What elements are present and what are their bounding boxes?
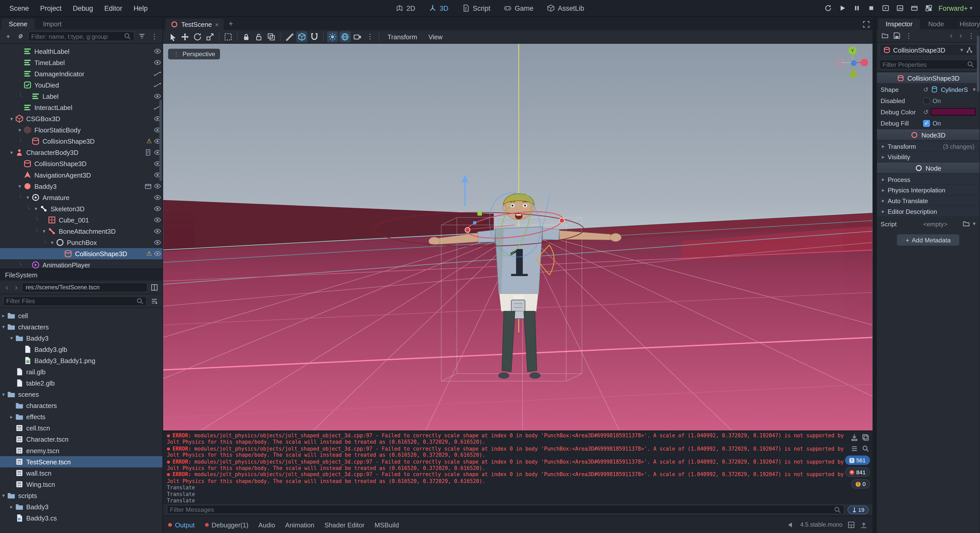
scene-tree-scrollbar[interactable] (159, 100, 162, 181)
group-button[interactable] (266, 31, 277, 42)
scene-node-row[interactable]: └CollisionShape3D⚠ (0, 248, 162, 259)
movie-maker-button[interactable] (910, 3, 919, 13)
warning-count-badge[interactable]: !0 (851, 479, 870, 488)
category-node3d[interactable]: Node3D (877, 129, 980, 140)
nav-forward-button[interactable]: › (13, 283, 20, 291)
save-log-button[interactable] (850, 433, 859, 442)
close-tab-icon[interactable]: × (215, 21, 219, 28)
scene-tab-testscene[interactable]: TestScene × (165, 19, 224, 30)
expand-caret[interactable]: ▾ (24, 194, 32, 200)
collapse-log-button[interactable] (850, 444, 859, 453)
attached-script-icon[interactable] (145, 149, 152, 156)
instance-scene-button[interactable] (16, 31, 25, 41)
filesystem-item-row[interactable]: Wing.tscn (0, 479, 162, 490)
tab-inspector[interactable]: Inspector (878, 19, 920, 29)
menu-help[interactable]: Help (128, 0, 153, 17)
scene-node-row[interactable]: ▾Baddy3 (0, 181, 162, 192)
expand-caret[interactable]: ▸ (8, 414, 15, 420)
menu-project[interactable]: Project (35, 0, 67, 17)
tab-msbuild[interactable]: MSBuild (375, 521, 399, 528)
scene-node-row[interactable]: TimeLabel (0, 57, 162, 68)
mode-assetlib-button[interactable]: AssetLib (543, 3, 588, 13)
filter-options-button[interactable] (137, 31, 147, 41)
search-log-button[interactable] (861, 444, 870, 453)
scene-node-row[interactable]: NavigationAgent3D (0, 169, 162, 181)
scene-node-row[interactable]: └Label (0, 91, 162, 102)
play-button[interactable] (838, 3, 847, 13)
current-path[interactable]: res://scenes/TestScene.tscn (22, 282, 148, 292)
tab-node[interactable]: Node (921, 19, 951, 29)
expand-caret[interactable]: ▾ (8, 116, 15, 122)
expand-caret[interactable]: ▾ (49, 239, 56, 245)
filesystem-item-row[interactable]: ▸cell (0, 310, 162, 321)
scene-node-row[interactable]: └Cube_001 (0, 214, 162, 226)
filesystem-item-row[interactable]: Baddy3.cs (0, 512, 162, 523)
eye-icon[interactable] (154, 48, 161, 55)
play-custom-scene-button[interactable] (896, 3, 905, 13)
info-count-badge[interactable]: !561 (845, 455, 870, 465)
move-tool-button[interactable] (180, 31, 191, 42)
scene-dock-menu-button[interactable]: ⋮ (149, 31, 159, 41)
filesystem-dock-title[interactable]: FileSystem (0, 269, 162, 281)
add-metadata-button[interactable]: + Add Metadata (897, 234, 959, 245)
scene-node-row[interactable]: └▾Skeleton3D (0, 203, 162, 214)
inspector-scrollbar[interactable] (977, 36, 980, 92)
environment-toggle[interactable] (339, 31, 351, 42)
tab-output[interactable]: Output (168, 521, 195, 528)
panel-grid-icon[interactable] (848, 521, 855, 528)
box-select-tool-button[interactable] (223, 31, 234, 42)
group-editor-description[interactable]: ▸ Editor Description (877, 206, 980, 216)
script-value-dropdown[interactable]: <empty> ▾ (923, 220, 976, 228)
filesystem-item-row[interactable]: ▸Baddy3 (0, 501, 162, 512)
mute-icon[interactable] (788, 521, 795, 528)
resource-extra-button[interactable]: ⋮ (904, 30, 914, 41)
rotate-tool-button[interactable] (192, 31, 203, 42)
expand-caret[interactable]: ▾ (8, 335, 15, 341)
filesystem-item-row[interactable]: ▾scenes (0, 388, 162, 400)
tab-debugger[interactable]: Debugger(1) (205, 521, 248, 528)
play-scene-button[interactable] (881, 3, 891, 13)
group-process[interactable]: ▸ Process (877, 174, 980, 184)
category-node[interactable]: Node (877, 162, 980, 173)
category-collisionshape3d[interactable]: CollisionShape3D (877, 72, 980, 83)
history-menu-button[interactable]: ⋮ (966, 30, 976, 41)
curve-icon[interactable] (154, 81, 161, 89)
scale-tool-button[interactable] (204, 31, 216, 42)
filesystem-item-row[interactable]: Baddy3_Baddy1.png (0, 355, 162, 366)
transform-menu[interactable]: Transform (383, 33, 422, 40)
line-count-badge[interactable]: 19 (848, 505, 869, 514)
scene-node-row[interactable]: └CollisionShape3D⚠ (0, 135, 162, 147)
sun-toggle[interactable] (327, 31, 338, 42)
group-visibility[interactable]: ▸ Visibility (877, 152, 980, 162)
eye-icon[interactable] (154, 59, 161, 66)
new-scene-tab-button[interactable]: + (225, 19, 237, 30)
scene-filter-input[interactable] (31, 33, 122, 40)
menu-scene[interactable]: Scene (4, 0, 35, 17)
expand-caret[interactable]: ▾ (32, 206, 39, 212)
scene-node-row[interactable]: CollisionShape3D (0, 158, 162, 169)
curve-icon[interactable] (154, 70, 161, 77)
menu-debug[interactable]: Debug (67, 0, 99, 17)
group-transform[interactable]: ▸ Transform (3 changes) (877, 141, 980, 151)
eye-icon[interactable] (154, 250, 161, 258)
eye-icon[interactable] (154, 239, 161, 246)
tab-history[interactable]: History (952, 19, 980, 29)
filesystem-item-row[interactable]: TestScene.tscn (0, 456, 162, 468)
disabled-checkbox[interactable] (923, 97, 930, 104)
group-auto-translate[interactable]: ▸ Auto Translate (877, 196, 980, 206)
load-resource-button[interactable] (880, 30, 890, 41)
filesystem-item-row[interactable]: cell.tscn (0, 423, 162, 434)
tab-animation[interactable]: Animation (285, 521, 314, 528)
filesystem-item-row[interactable]: Baddy3.glb (0, 344, 162, 355)
error-count-badge[interactable]: ×841 (845, 468, 870, 477)
filesystem-item-row[interactable]: ▸effects (0, 411, 162, 422)
eye-icon[interactable] (154, 205, 161, 212)
camera-preview-button[interactable] (352, 31, 363, 42)
viewport-more-button[interactable]: ⋮ (364, 31, 375, 42)
ruler-button[interactable] (284, 31, 295, 42)
debug-color-swatch[interactable] (931, 108, 975, 116)
save-resource-button[interactable] (892, 30, 902, 41)
message-filter-input[interactable] (170, 506, 832, 513)
local-space-toggle[interactable] (296, 31, 307, 42)
expand-caret[interactable]: ▾ (16, 127, 23, 133)
